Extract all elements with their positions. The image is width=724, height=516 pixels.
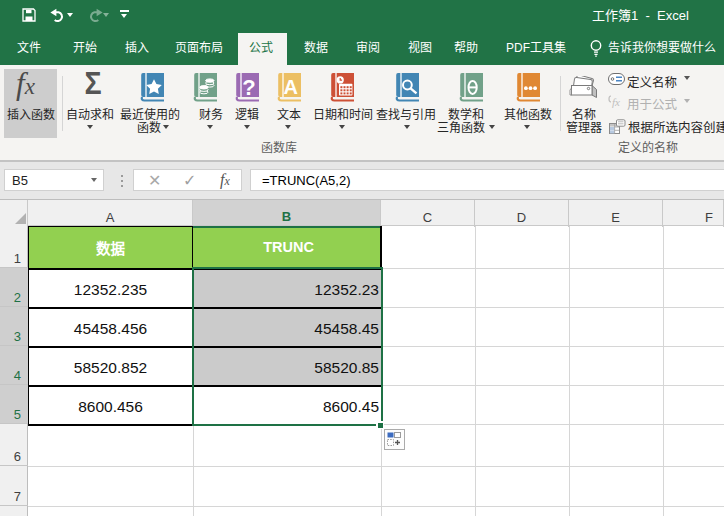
svg-text:A: A bbox=[284, 76, 298, 98]
svg-text:fx: fx bbox=[612, 96, 620, 108]
svg-text:?: ? bbox=[242, 75, 255, 100]
